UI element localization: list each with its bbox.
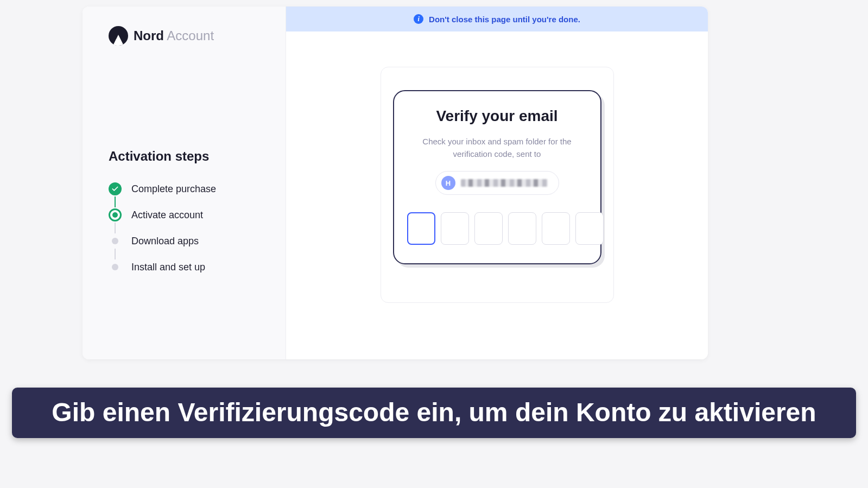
logo-light: Account <box>167 28 214 43</box>
main-pane: i Don't close this page until you're don… <box>286 7 708 359</box>
code-input-2[interactable] <box>441 212 469 245</box>
step-activate-account: Activate account <box>109 208 259 235</box>
code-input-4[interactable] <box>508 212 536 245</box>
logo-text: Nord Account <box>134 28 214 43</box>
code-input-row <box>407 212 587 245</box>
code-input-1[interactable] <box>407 212 435 245</box>
sidebar: Nord Account Activation steps Complete p… <box>83 7 286 359</box>
nord-logo-icon <box>109 26 128 46</box>
code-input-5[interactable] <box>542 212 570 245</box>
verify-title: Verify your email <box>407 107 587 125</box>
step-complete-purchase: Complete purchase <box>109 182 259 208</box>
radio-active-icon <box>109 208 122 221</box>
app-window: Nord Account Activation steps Complete p… <box>83 7 708 359</box>
step-label: Download apps <box>131 236 199 247</box>
step-download-apps: Download apps <box>109 235 259 261</box>
email-pill: H <box>435 171 559 195</box>
dot-icon <box>112 238 118 244</box>
content-area: Verify your email Check your inbox and s… <box>286 31 708 359</box>
code-input-3[interactable] <box>474 212 503 245</box>
notice-text: Don't close this page until you're done. <box>429 15 580 24</box>
email-redacted <box>461 179 548 187</box>
step-label: Install and set up <box>131 262 205 273</box>
avatar: H <box>441 176 455 190</box>
verify-subtitle: Check your inbox and spam folder for the… <box>407 136 587 160</box>
card-outer: Verify your email Check your inbox and s… <box>381 67 614 303</box>
steps-title: Activation steps <box>109 149 259 164</box>
dot-icon <box>112 264 118 270</box>
code-input-6[interactable] <box>575 212 604 245</box>
caption-overlay: Gib einen Verifizierungscode ein, um dei… <box>12 388 856 438</box>
logo-bold: Nord <box>134 28 164 43</box>
step-label: Activate account <box>131 210 203 221</box>
info-icon: i <box>414 14 423 24</box>
notice-bar: i Don't close this page until you're don… <box>286 7 708 31</box>
step-install-setup: Install and set up <box>109 261 259 287</box>
check-circle-icon <box>109 182 122 195</box>
step-label: Complete purchase <box>131 183 216 195</box>
logo: Nord Account <box>109 26 259 46</box>
verify-card: Verify your email Check your inbox and s… <box>393 90 601 264</box>
steps-list: Complete purchase Activate account Downl… <box>109 182 259 287</box>
